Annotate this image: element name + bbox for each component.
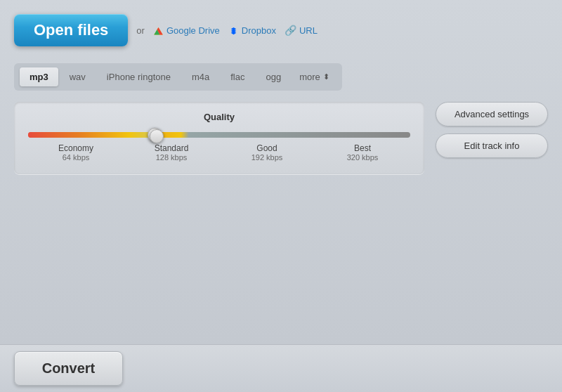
tab-flac[interactable]: flac bbox=[221, 67, 254, 86]
tab-more[interactable]: more ⬍ bbox=[292, 67, 336, 86]
bottom-bar: Convert bbox=[0, 344, 562, 392]
quality-panel: Quality Economy 64 kbps Standard 128 kbp… bbox=[14, 102, 424, 174]
top-bar: Open files or Google Drive Dropbox 🔗 bbox=[14, 14, 548, 46]
dropbox-icon bbox=[228, 24, 239, 37]
slider-markers: Economy 64 kbps Standard 128 kbps Good 1… bbox=[28, 143, 410, 162]
more-label: more bbox=[299, 72, 320, 82]
google-drive-label: Google Drive bbox=[166, 25, 220, 36]
convert-button[interactable]: Convert bbox=[14, 351, 123, 386]
google-drive-link[interactable]: Google Drive bbox=[153, 24, 220, 37]
url-label: URL bbox=[299, 25, 318, 36]
marker-best: Best 320 kbps bbox=[315, 143, 410, 162]
quality-slider[interactable] bbox=[28, 133, 410, 139]
open-files-button[interactable]: Open files bbox=[14, 14, 128, 46]
advanced-settings-button[interactable]: Advanced settings bbox=[436, 102, 548, 126]
url-icon: 🔗 bbox=[285, 25, 296, 36]
tab-mp3[interactable]: mp3 bbox=[20, 67, 58, 86]
more-arrow-icon: ⬍ bbox=[323, 72, 329, 81]
marker-economy: Economy 64 kbps bbox=[28, 143, 124, 162]
format-tabs: mp3 wav iPhone ringtone m4a flac ogg mor… bbox=[14, 63, 342, 91]
gdrive-icon bbox=[153, 24, 164, 37]
tab-m4a[interactable]: m4a bbox=[182, 67, 219, 86]
right-buttons: Advanced settings Edit track info bbox=[436, 102, 548, 158]
quality-title: Quality bbox=[28, 112, 410, 122]
edit-track-info-button[interactable]: Edit track info bbox=[436, 133, 548, 158]
marker-good: Good 192 kbps bbox=[219, 143, 315, 162]
tab-wav[interactable]: wav bbox=[60, 67, 96, 86]
tab-ogg[interactable]: ogg bbox=[256, 67, 291, 86]
dropbox-label: Dropbox bbox=[242, 25, 276, 36]
content-row: Quality Economy 64 kbps Standard 128 kbp… bbox=[14, 102, 548, 174]
tab-iphone-ringtone[interactable]: iPhone ringtone bbox=[97, 67, 181, 86]
main-area: Open files or Google Drive Dropbox 🔗 bbox=[0, 0, 562, 344]
or-text: or bbox=[136, 25, 145, 36]
slider-container bbox=[28, 132, 410, 138]
url-link[interactable]: 🔗 URL bbox=[285, 25, 318, 36]
marker-standard: Standard 128 kbps bbox=[124, 143, 219, 162]
dropbox-link[interactable]: Dropbox bbox=[228, 24, 276, 37]
